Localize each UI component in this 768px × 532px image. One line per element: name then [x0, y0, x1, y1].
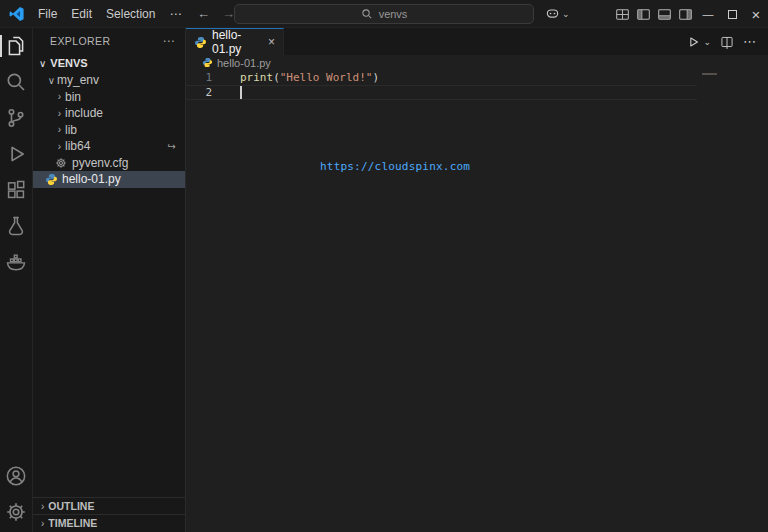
workbench: EXPLORER ⋯ ∨ VENVS ∨ my_env › bin › incl…: [0, 28, 768, 532]
back-icon[interactable]: ←: [197, 6, 210, 21]
activity-bar: [0, 28, 33, 532]
docker-icon[interactable]: [0, 244, 32, 280]
menu-selection[interactable]: Selection: [99, 5, 162, 23]
sidebar-header: EXPLORER ⋯: [33, 28, 185, 54]
tab-hello-01-py[interactable]: hello-01.py ×: [186, 28, 284, 55]
tab-label: hello-01.py: [212, 28, 263, 56]
chevron-down-icon: ∨: [46, 75, 57, 86]
explorer-sidebar: EXPLORER ⋯ ∨ VENVS ∨ my_env › bin › incl…: [33, 28, 186, 532]
chevron-down-icon: ∨: [39, 58, 46, 69]
minimap[interactable]: [698, 70, 768, 532]
line-number[interactable]: 1: [186, 71, 212, 84]
copilot-button[interactable]: ⌄: [545, 6, 570, 21]
section-label: VENVS: [50, 57, 87, 69]
maximize-button[interactable]: [720, 0, 744, 28]
search-sidebar-icon[interactable]: [0, 64, 32, 100]
token-string: "Hello World!": [280, 71, 373, 84]
tree-item-my-env[interactable]: ∨ my_env: [33, 72, 185, 89]
vscode-window: File Edit Selection ⋯ ← → venvs ⌄: [0, 0, 768, 532]
editor-actions: ⌄ ⋯: [686, 28, 768, 55]
tree-item-bin[interactable]: › bin: [33, 89, 185, 106]
close-button[interactable]: ×: [744, 0, 768, 28]
symlink-icon: ↪: [168, 141, 176, 152]
copilot-icon: [545, 6, 560, 21]
editor-more-actions[interactable]: ⋯: [743, 34, 756, 49]
menu-file[interactable]: File: [31, 5, 64, 23]
breadcrumb-item[interactable]: hello-01.py: [217, 57, 271, 69]
tree-item-label: bin: [65, 90, 81, 104]
python-icon: [44, 172, 58, 186]
menu-edit[interactable]: Edit: [64, 5, 99, 23]
breadcrumb: hello-01.py: [186, 55, 768, 70]
titlebar-right: — ×: [612, 0, 768, 28]
timeline-panel-header[interactable]: › TIMELINE: [33, 514, 185, 531]
code-line-1: 1 print("Hello World!"): [186, 70, 697, 85]
tree-item-hello-01-py[interactable]: hello-01.py: [33, 171, 185, 188]
sidebar-bottom-panels: › OUTLINE › TIMELINE: [33, 497, 185, 531]
outline-panel-header[interactable]: › OUTLINE: [33, 497, 185, 514]
text-cursor: [240, 86, 242, 99]
line-number[interactable]: 2: [186, 86, 212, 99]
panel-label: OUTLINE: [48, 500, 94, 512]
search-value: venvs: [379, 8, 408, 20]
account-icon[interactable]: [0, 458, 32, 494]
run-dropdown-icon[interactable]: ⌄: [703, 37, 711, 47]
tree-item-lib[interactable]: › lib: [33, 122, 185, 139]
section-venvs[interactable]: ∨ VENVS: [33, 54, 185, 72]
explorer-more-actions[interactable]: ⋯: [163, 34, 175, 48]
chevron-right-icon: ›: [54, 141, 65, 152]
run-python-file-button[interactable]: [686, 35, 700, 49]
run-debug-icon[interactable]: [0, 136, 32, 172]
command-search-box[interactable]: venvs: [234, 4, 534, 24]
extensions-icon[interactable]: [0, 172, 32, 208]
sidebar-title: EXPLORER: [50, 35, 110, 47]
code-editor[interactable]: 1 print("Hello World!") 2 https://clouds…: [186, 70, 768, 532]
chevron-right-icon: ›: [54, 124, 65, 135]
maximize-icon: [728, 10, 737, 19]
token-paren-close: ): [372, 71, 379, 84]
settings-gear-icon[interactable]: [0, 494, 32, 530]
token-function: print: [240, 71, 273, 84]
tree-item-label: lib64: [65, 139, 90, 153]
tree-item-label: include: [65, 106, 103, 120]
split-editor-icon[interactable]: [720, 35, 734, 49]
history-nav: ← →: [197, 6, 235, 21]
code-line-2: 2: [186, 85, 697, 100]
tree-item-pyvenv-cfg[interactable]: pyvenv.cfg: [33, 155, 185, 172]
tree-item-label: pyvenv.cfg: [72, 156, 128, 170]
tree-item-label: lib: [65, 123, 77, 137]
source-control-icon[interactable]: [0, 100, 32, 136]
python-icon: [194, 36, 207, 49]
tab-bar: hello-01.py × ⌄ ⋯: [186, 28, 768, 55]
tree-item-label: my_env: [57, 73, 99, 87]
panel-label: TIMELINE: [48, 517, 97, 529]
search-icon: [361, 8, 373, 20]
tree-item-label: hello-01.py: [62, 172, 121, 186]
toggle-primary-sidebar-icon[interactable]: [633, 0, 654, 28]
chevron-right-icon: ›: [54, 108, 65, 119]
testing-flask-icon[interactable]: [0, 208, 32, 244]
watermark-link: https://cloudspinx.com: [320, 160, 470, 173]
tab-close-icon[interactable]: ×: [268, 35, 275, 49]
activity-bar-spacer: [0, 280, 32, 458]
explorer-icon[interactable]: [0, 28, 32, 64]
python-icon: [202, 57, 213, 68]
chevron-down-icon: ⌄: [562, 9, 570, 19]
tree-item-include[interactable]: › include: [33, 105, 185, 122]
token-paren-open: (: [273, 71, 280, 84]
chevron-right-icon: ›: [41, 501, 44, 512]
toggle-panel-icon[interactable]: [654, 0, 675, 28]
minimize-button[interactable]: —: [696, 0, 720, 28]
menu-overflow[interactable]: ⋯: [162, 5, 188, 23]
tree-item-lib64[interactable]: › lib64 ↪: [33, 138, 185, 155]
vscode-logo: [9, 6, 25, 22]
config-gear-icon: [54, 156, 68, 170]
editor-group: hello-01.py × ⌄ ⋯: [186, 28, 768, 532]
code-content: print("Hello World!"): [212, 71, 379, 84]
title-bar: File Edit Selection ⋯ ← → venvs ⌄: [0, 0, 768, 28]
menu-bar: File Edit Selection ⋯: [31, 5, 188, 23]
minimap-line-mark: [702, 73, 717, 75]
chevron-right-icon: ›: [54, 91, 65, 102]
toggle-secondary-sidebar-icon[interactable]: [675, 0, 696, 28]
customize-layout-icon[interactable]: [612, 0, 633, 28]
